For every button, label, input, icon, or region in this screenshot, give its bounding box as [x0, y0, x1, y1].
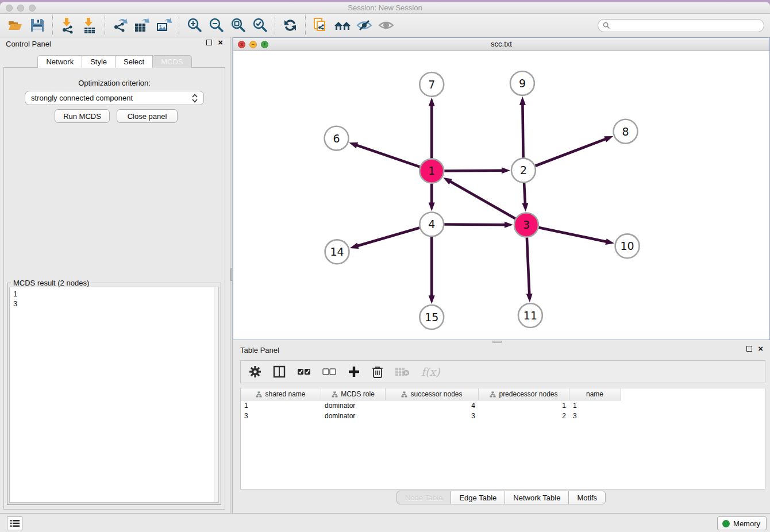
save-session-button[interactable] — [26, 16, 48, 35]
edge-1-2[interactable] — [444, 171, 503, 171]
import-table-icon — [81, 17, 98, 34]
plus-icon — [348, 365, 360, 378]
zoom-in-button[interactable] — [183, 16, 205, 35]
table-tabs: Node TableEdge TableNetwork TableMotifs — [233, 491, 770, 504]
export-network-icon — [111, 17, 129, 34]
unselect-all-button[interactable] — [322, 367, 336, 376]
tab-motifs[interactable]: Motifs — [568, 491, 606, 504]
table-cell[interactable]: dominator — [321, 412, 386, 421]
zoom-out-button[interactable] — [205, 16, 227, 35]
edge-2-8[interactable] — [535, 139, 606, 166]
column-label: MCDS role — [341, 390, 375, 398]
float-panel-icon[interactable] — [206, 40, 212, 45]
delete-column-button[interactable] — [372, 365, 383, 378]
criterion-select[interactable]: strongly connected component — [25, 91, 204, 105]
node-label-4: 4 — [428, 218, 435, 230]
edge-4-3[interactable] — [444, 225, 506, 225]
splitter-grip[interactable] — [230, 268, 232, 281]
tab-style[interactable]: Style — [82, 55, 116, 68]
edge-4-14[interactable] — [357, 228, 419, 246]
select-stepper-icon — [192, 94, 198, 103]
edge-1-6[interactable] — [356, 145, 420, 167]
table-cell[interactable]: 2 — [479, 412, 569, 421]
table-options-button[interactable] — [249, 365, 261, 378]
memory-status-icon — [722, 520, 730, 527]
tab-network[interactable]: Network — [37, 55, 82, 68]
result-item[interactable]: 3 — [13, 299, 215, 309]
new-network-from-selection-icon — [312, 17, 329, 34]
table-cell[interactable]: 3 — [569, 412, 620, 421]
splitter-grip[interactable] — [492, 341, 502, 343]
tab-select[interactable]: Select — [115, 55, 153, 68]
tab-node-table[interactable]: Node Table — [396, 491, 452, 504]
hide-selected-button[interactable] — [353, 16, 375, 35]
column-header-shared-name[interactable]: shared name — [241, 388, 321, 400]
search-box[interactable] — [598, 19, 764, 32]
column-header-predecessor-nodes[interactable]: predecessor nodes — [479, 388, 569, 400]
node-table[interactable]: shared nameMCDS rolesuccessor nodesprede… — [240, 388, 765, 489]
first-neighbors-button[interactable] — [332, 16, 353, 35]
run-mcds-button[interactable]: Run MCDS — [55, 109, 110, 123]
export-table-icon — [133, 17, 151, 34]
table-cell[interactable]: 3 — [386, 412, 479, 421]
select-all-button[interactable] — [297, 367, 311, 376]
network-graph-svg: 7968124314101511 — [233, 51, 769, 340]
new-network-from-selection-button[interactable] — [310, 16, 332, 35]
zoom-selected-button[interactable] — [249, 16, 271, 35]
toolbar-separator — [305, 16, 306, 35]
table-cell[interactable]: 4 — [386, 402, 479, 411]
import-network-button[interactable] — [57, 16, 79, 35]
network-canvas[interactable]: 7968124314101511 — [233, 51, 769, 340]
edge-2-3[interactable] — [524, 183, 525, 205]
result-item[interactable]: 1 — [13, 289, 215, 299]
session-title: Session: New Session — [0, 3, 770, 12]
edge-2-9[interactable] — [522, 104, 523, 158]
zoom-fit-button[interactable] — [227, 16, 249, 35]
tab-network-table[interactable]: Network Table — [505, 491, 569, 504]
arrowhead — [526, 294, 533, 302]
table-panel-title: Table Panel — [240, 346, 279, 354]
column-header-name[interactable]: name — [569, 388, 620, 400]
arrowhead — [349, 142, 358, 148]
column-view-button[interactable] — [273, 365, 286, 378]
create-column-button[interactable] — [348, 365, 360, 378]
export-image-button[interactable] — [153, 16, 175, 35]
float-panel-icon[interactable] — [746, 346, 752, 352]
column-view-icon — [273, 365, 286, 378]
memory-button[interactable]: Memory — [717, 516, 767, 530]
edge-3-10[interactable] — [538, 228, 607, 242]
network-titlebar[interactable]: x – + scc.txt — [233, 38, 769, 51]
node-label-7: 7 — [428, 78, 435, 91]
table-cell[interactable]: 1 — [479, 402, 569, 411]
close-panel-button[interactable]: Close panel — [117, 109, 178, 123]
refresh-button[interactable] — [279, 16, 301, 35]
table-cell[interactable]: 1 — [569, 402, 620, 411]
search-input[interactable] — [613, 22, 759, 30]
eye-icon — [378, 17, 395, 34]
tab-mcds[interactable]: MCDS — [152, 55, 191, 68]
table-cell[interactable]: 3 — [241, 412, 321, 421]
import-table-button[interactable] — [79, 16, 101, 35]
title-bar: Session: New Session — [0, 2, 770, 14]
edge-3-1[interactable] — [449, 181, 515, 218]
table-row[interactable]: 3dominator323 — [241, 412, 765, 421]
tab-edge-table[interactable]: Edge Table — [451, 491, 505, 504]
table-cell[interactable]: 1 — [241, 402, 321, 411]
close-panel-icon[interactable]: × — [218, 40, 223, 45]
unselect-all-icon — [322, 367, 336, 376]
column-header-successor-nodes[interactable]: successor nodes — [386, 388, 479, 400]
optimization-criterion-label: Optimization criterion: — [4, 79, 225, 87]
show-panels-button[interactable] — [7, 516, 22, 530]
edge-3-11[interactable] — [527, 237, 529, 295]
table-row[interactable]: 1dominator411 — [241, 402, 765, 411]
column-header-MCDS-role[interactable]: MCDS role — [321, 388, 386, 400]
table-cell[interactable]: dominator — [321, 402, 386, 411]
network-window: x – + scc.txt 7968124314101511 — [233, 37, 770, 340]
open-session-button[interactable] — [5, 16, 26, 35]
result-scrollbar[interactable] — [214, 287, 218, 502]
close-panel-icon[interactable]: × — [758, 346, 763, 352]
export-table-button[interactable] — [131, 16, 153, 35]
mcds-result-list[interactable]: 13 — [9, 287, 219, 503]
show-all-button[interactable] — [375, 16, 397, 35]
export-network-button[interactable] — [109, 16, 131, 35]
